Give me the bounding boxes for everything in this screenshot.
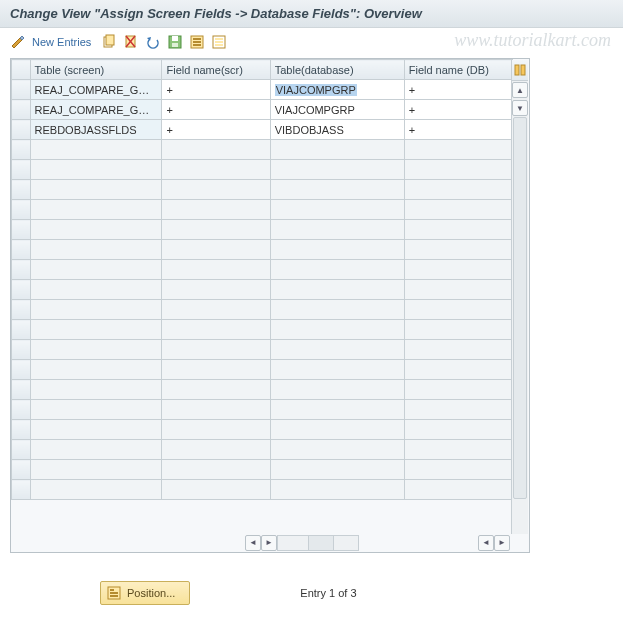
- cell-table-db[interactable]: VIBDOBJASS: [270, 120, 404, 140]
- cell-field-db[interactable]: [404, 160, 512, 180]
- cell-table-db[interactable]: [270, 300, 404, 320]
- cell-field-scr[interactable]: [162, 200, 270, 220]
- cell-table-db[interactable]: [270, 420, 404, 440]
- cell-field-scr[interactable]: [162, 180, 270, 200]
- cell-field-db[interactable]: [404, 320, 512, 340]
- row-selector[interactable]: [12, 300, 31, 320]
- cell-table-db[interactable]: [270, 400, 404, 420]
- row-selector[interactable]: [12, 120, 31, 140]
- cell-field-db[interactable]: [404, 220, 512, 240]
- new-entries-button[interactable]: New Entries: [32, 36, 91, 48]
- cell-table-db[interactable]: [270, 480, 404, 500]
- row-selector[interactable]: [12, 360, 31, 380]
- cell-field-scr[interactable]: [162, 340, 270, 360]
- cell-field-scr[interactable]: [162, 380, 270, 400]
- cell-table-db[interactable]: [270, 240, 404, 260]
- configure-columns-icon[interactable]: [512, 60, 528, 81]
- cell-table-db[interactable]: [270, 460, 404, 480]
- row-selector[interactable]: [12, 340, 31, 360]
- cell-field-db[interactable]: [404, 480, 512, 500]
- row-selector[interactable]: [12, 400, 31, 420]
- hscroll-left-icon[interactable]: ◄: [245, 535, 261, 551]
- cell-table-screen[interactable]: [30, 280, 162, 300]
- cell-field-db[interactable]: +: [404, 80, 512, 100]
- cell-field-db[interactable]: [404, 300, 512, 320]
- cell-table-db[interactable]: VIAJCOMPGRP: [270, 80, 404, 100]
- hscroll-last-icon[interactable]: ►: [494, 535, 510, 551]
- cell-field-scr[interactable]: +: [162, 80, 270, 100]
- cell-table-screen[interactable]: [30, 480, 162, 500]
- cell-table-db[interactable]: [270, 320, 404, 340]
- position-button[interactable]: Position...: [100, 581, 190, 605]
- cell-table-db[interactable]: [270, 160, 404, 180]
- hscroll-track[interactable]: [277, 535, 359, 551]
- cell-field-scr[interactable]: [162, 360, 270, 380]
- cell-table-db[interactable]: [270, 180, 404, 200]
- cell-table-screen[interactable]: [30, 400, 162, 420]
- cell-table-screen[interactable]: [30, 380, 162, 400]
- scroll-track[interactable]: [512, 117, 528, 534]
- cell-table-db[interactable]: [270, 200, 404, 220]
- cell-table-screen[interactable]: [30, 140, 162, 160]
- cell-field-db[interactable]: [404, 340, 512, 360]
- cell-field-scr[interactable]: [162, 320, 270, 340]
- cell-table-screen[interactable]: [30, 180, 162, 200]
- cell-field-scr[interactable]: [162, 480, 270, 500]
- copy-icon[interactable]: [101, 34, 117, 50]
- cell-table-screen[interactable]: [30, 200, 162, 220]
- cell-field-db[interactable]: [404, 280, 512, 300]
- cell-table-screen[interactable]: [30, 160, 162, 180]
- row-selector[interactable]: [12, 280, 31, 300]
- cell-table-screen[interactable]: [30, 320, 162, 340]
- cell-field-db[interactable]: +: [404, 100, 512, 120]
- cell-table-db[interactable]: [270, 260, 404, 280]
- cell-table-screen[interactable]: [30, 360, 162, 380]
- cell-table-screen[interactable]: [30, 240, 162, 260]
- cell-field-db[interactable]: [404, 260, 512, 280]
- undo-icon[interactable]: [145, 34, 161, 50]
- cell-field-db[interactable]: [404, 360, 512, 380]
- deselect-all-icon[interactable]: [211, 34, 227, 50]
- cell-field-db[interactable]: [404, 440, 512, 460]
- cell-table-db[interactable]: [270, 440, 404, 460]
- cell-field-scr[interactable]: [162, 400, 270, 420]
- row-selector[interactable]: [12, 220, 31, 240]
- row-selector[interactable]: [12, 140, 31, 160]
- cell-field-db[interactable]: [404, 420, 512, 440]
- cell-field-db[interactable]: [404, 460, 512, 480]
- col-table-database[interactable]: Table(database): [270, 60, 404, 80]
- cell-table-db[interactable]: [270, 280, 404, 300]
- cell-table-db[interactable]: [270, 140, 404, 160]
- cell-field-scr[interactable]: [162, 220, 270, 240]
- cell-field-scr[interactable]: +: [162, 100, 270, 120]
- row-selector[interactable]: [12, 160, 31, 180]
- toggle-display-change-icon[interactable]: [10, 34, 26, 50]
- cell-table-db[interactable]: [270, 380, 404, 400]
- delete-icon[interactable]: [123, 34, 139, 50]
- row-selector[interactable]: [12, 440, 31, 460]
- cell-table-db[interactable]: VIAJCOMPGRP: [270, 100, 404, 120]
- cell-field-scr[interactable]: [162, 160, 270, 180]
- row-selector-header[interactable]: [12, 60, 31, 80]
- cell-field-scr[interactable]: [162, 440, 270, 460]
- cell-table-screen[interactable]: [30, 460, 162, 480]
- col-field-name-db[interactable]: Field name (DB): [404, 60, 512, 80]
- cell-field-scr[interactable]: [162, 300, 270, 320]
- cell-field-scr[interactable]: [162, 260, 270, 280]
- hscroll-first-icon[interactable]: ◄: [478, 535, 494, 551]
- scroll-up-icon[interactable]: ▲: [512, 82, 528, 98]
- cell-field-db[interactable]: [404, 400, 512, 420]
- row-selector[interactable]: [12, 480, 31, 500]
- row-selector[interactable]: [12, 320, 31, 340]
- cell-field-scr[interactable]: [162, 280, 270, 300]
- hscroll-thumb[interactable]: [308, 536, 334, 550]
- cell-table-db[interactable]: [270, 220, 404, 240]
- row-selector[interactable]: [12, 260, 31, 280]
- cell-field-db[interactable]: [404, 180, 512, 200]
- row-selector[interactable]: [12, 380, 31, 400]
- cell-field-scr[interactable]: [162, 140, 270, 160]
- cell-field-scr[interactable]: +: [162, 120, 270, 140]
- scroll-thumb[interactable]: [513, 117, 527, 499]
- cell-table-screen[interactable]: [30, 300, 162, 320]
- cell-field-db[interactable]: [404, 240, 512, 260]
